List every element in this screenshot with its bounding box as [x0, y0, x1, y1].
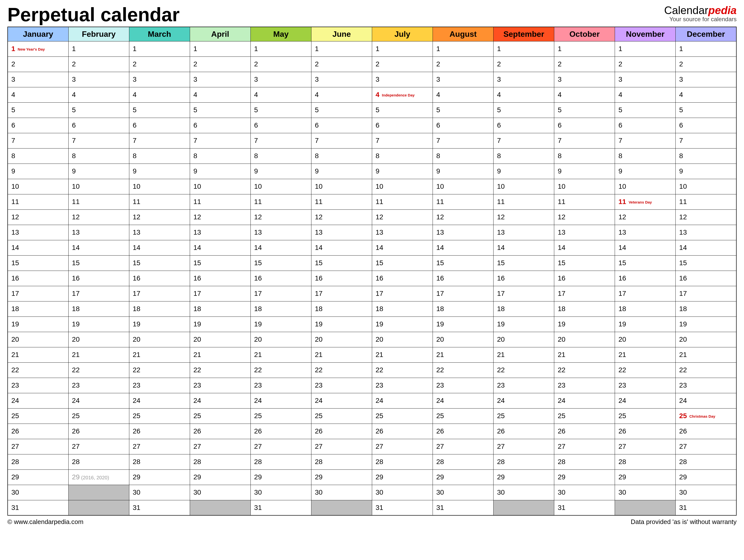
table-row: 666666666666 [8, 118, 736, 133]
table-row: 3030303030303030303030 [8, 485, 736, 500]
month-header-december: December [676, 27, 736, 41]
day-cell: 30 [311, 485, 372, 500]
month-header-september: September [493, 27, 554, 41]
day-cell: 23 [615, 378, 676, 393]
table-row: 121212121212121212121212 [8, 210, 736, 225]
day-cell: 12 [8, 210, 68, 225]
day-cell: 30 [493, 485, 554, 500]
day-cell: 17 [615, 286, 676, 301]
day-cell: 29(2016, 2020) [68, 470, 129, 485]
day-cell: 12 [68, 210, 129, 225]
day-cell: 20 [311, 332, 372, 347]
table-row: 222222222222 [8, 57, 736, 72]
day-cell: 28 [251, 454, 311, 470]
day-cell: 22 [129, 362, 190, 378]
day-cell: 4 [68, 87, 129, 102]
day-cell: 26 [554, 423, 615, 439]
day-cell: 14 [493, 240, 554, 255]
day-cell: 8 [676, 148, 736, 163]
day-cell: 30 [372, 485, 433, 500]
day-cell: 14 [311, 240, 372, 255]
day-cell: 5 [129, 102, 190, 118]
day-cell: 17 [493, 286, 554, 301]
day-cell: 4 [251, 87, 311, 102]
day-cell: 7 [251, 133, 311, 148]
day-cell: 11 [251, 194, 311, 210]
day-cell: 22 [68, 362, 129, 378]
day-cell: 10 [8, 179, 68, 194]
table-row: 555555555555 [8, 102, 736, 118]
day-cell: 3 [615, 72, 676, 87]
day-cell: 23 [554, 378, 615, 393]
table-row: 191919191919191919191919 [8, 316, 736, 332]
day-cell: 26 [251, 423, 311, 439]
day-cell: 19 [68, 316, 129, 332]
day-cell: 9 [68, 163, 129, 179]
day-cell: 26 [68, 423, 129, 439]
day-cell: 30 [190, 485, 251, 500]
day-cell [68, 500, 129, 515]
day-cell: 5 [8, 102, 68, 118]
day-cell: 7 [493, 133, 554, 148]
day-cell: 8 [68, 148, 129, 163]
day-cell: 10 [676, 179, 736, 194]
day-cell: 3 [311, 72, 372, 87]
day-cell: 29 [190, 470, 251, 485]
day-cell [68, 485, 129, 500]
day-cell: 25 [554, 408, 615, 423]
day-cell: 21 [129, 347, 190, 362]
day-cell: 16 [190, 271, 251, 286]
day-cell: 16 [68, 271, 129, 286]
day-cell: 2 [615, 57, 676, 72]
day-cell: 31 [372, 500, 433, 515]
day-cell: 11 [68, 194, 129, 210]
day-cell: 15 [615, 255, 676, 271]
day-cell: 2 [493, 57, 554, 72]
brand-name-plain: Calendar [664, 4, 708, 16]
day-cell: 31 [251, 500, 311, 515]
day-cell: 5 [676, 102, 736, 118]
day-cell: 8 [8, 148, 68, 163]
day-cell: 23 [129, 378, 190, 393]
day-cell: 24 [554, 393, 615, 408]
day-cell: 6 [433, 118, 493, 133]
day-cell: 11 [676, 194, 736, 210]
table-row: 282828282828282828282828 [8, 454, 736, 470]
day-cell: 31 [676, 500, 736, 515]
month-header-october: October [554, 27, 615, 41]
day-cell: 29 [251, 470, 311, 485]
day-cell: 29 [676, 470, 736, 485]
table-row: 131313131313131313131313 [8, 225, 736, 240]
day-cell: 25 [251, 408, 311, 423]
day-cell: 29 [372, 470, 433, 485]
day-cell: 22 [190, 362, 251, 378]
day-cell: 8 [615, 148, 676, 163]
day-cell: 31 [8, 500, 68, 515]
day-cell: 4 [129, 87, 190, 102]
day-cell: 24 [8, 393, 68, 408]
day-cell: 11 [372, 194, 433, 210]
day-cell: 24 [493, 393, 554, 408]
day-cell: 23 [8, 378, 68, 393]
day-cell: 15 [372, 255, 433, 271]
table-row: 202020202020202020202020 [8, 332, 736, 347]
day-cell: 1 [129, 41, 190, 57]
day-cell: 15 [493, 255, 554, 271]
day-cell: 27 [554, 439, 615, 454]
day-cell: 17 [311, 286, 372, 301]
day-cell: 11 [311, 194, 372, 210]
day-cell: 11 [129, 194, 190, 210]
day-cell: 4 [433, 87, 493, 102]
day-cell: 3 [129, 72, 190, 87]
day-cell: 20 [68, 332, 129, 347]
day-cell: 7 [68, 133, 129, 148]
day-cell: 2 [68, 57, 129, 72]
day-cell: 18 [68, 301, 129, 316]
day-cell: 23 [190, 378, 251, 393]
table-row: 31313131313131 [8, 500, 736, 515]
day-cell: 21 [615, 347, 676, 362]
day-cell: 16 [8, 271, 68, 286]
day-cell: 17 [433, 286, 493, 301]
brand-tagline: Your source for calendars [664, 16, 737, 22]
day-cell: 17 [676, 286, 736, 301]
